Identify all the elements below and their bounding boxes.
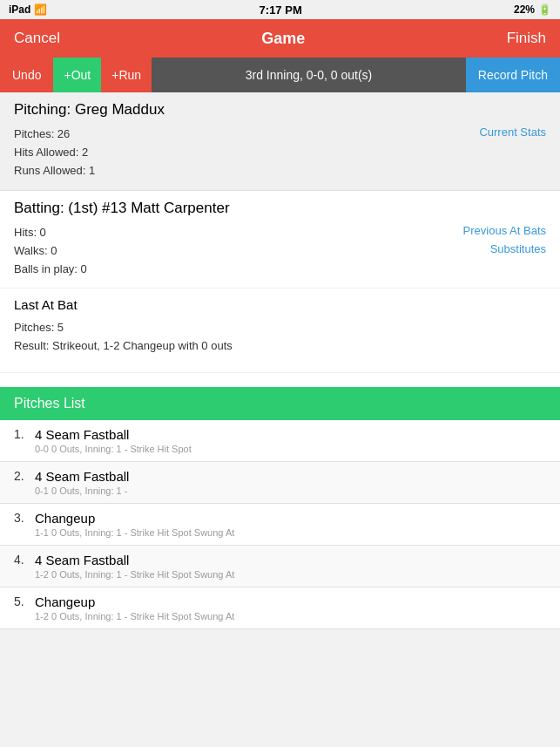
pitch-name: Changeup <box>35 511 546 526</box>
last-at-bat-pitches: Pitches: 5 <box>14 319 546 337</box>
pitch-number: 2. <box>14 469 35 483</box>
pitch-info: Changeup 1-2 0 Outs, Inning: 1 - Strike … <box>35 594 546 621</box>
pitch-detail: 1-1 0 Outs, Inning: 1 - Strike Hit Spot … <box>35 527 546 538</box>
main-content: Pitching: Greg Maddux Pitches: 26 Hits A… <box>0 92 560 629</box>
pitch-number: 5. <box>14 594 35 608</box>
run-button[interactable]: +Run <box>101 58 152 92</box>
pitch-list-item[interactable]: 3. Changeup 1-1 0 Outs, Inning: 1 - Stri… <box>0 504 560 546</box>
pitch-name: Changeup <box>35 594 546 609</box>
battery-percent: 22% <box>514 3 535 16</box>
batting-balls-in-play: Balls in play: 0 <box>14 261 87 279</box>
batting-walks: Walks: 0 <box>14 242 87 261</box>
out-button[interactable]: +Out <box>53 58 101 92</box>
pitch-name: 4 Seam Fastball <box>35 427 546 442</box>
pitch-list-item[interactable]: 1. 4 Seam Fastball 0-0 0 Outs, Inning: 1… <box>0 420 560 462</box>
pitch-list-item[interactable]: 2. 4 Seam Fastball 0-1 0 Outs, Inning: 1… <box>0 462 560 504</box>
pitching-hits: Hits Allowed: 2 <box>14 144 95 162</box>
cancel-button[interactable]: Cancel <box>14 30 60 47</box>
previous-at-bats-link[interactable]: Previous At Bats <box>463 224 546 237</box>
nav-title: Game <box>261 30 305 48</box>
inning-status: 3rd Inning, 0-0, 0 out(s) <box>152 68 466 82</box>
pitches-list-header: Pitches List <box>0 387 560 420</box>
record-pitch-button[interactable]: Record Pitch <box>466 58 560 92</box>
pitching-inner: Pitches: 26 Hits Allowed: 2 Runs Allowed… <box>14 126 546 180</box>
last-at-bat-result: Result: Strikeout, 1-2 Changeup with 0 o… <box>14 337 546 356</box>
batting-heading: Batting: (1st) #13 Matt Carpenter <box>14 200 546 217</box>
pitch-info: 4 Seam Fastball 0-1 0 Outs, Inning: 1 - <box>35 469 546 496</box>
ipad-label: iPad <box>9 3 30 16</box>
batting-stats: Hits: 0 Walks: 0 Balls in play: 0 <box>14 224 87 278</box>
pitch-detail: 0-1 0 Outs, Inning: 1 - <box>35 486 546 496</box>
pitches-container: 1. 4 Seam Fastball 0-0 0 Outs, Inning: 1… <box>0 420 560 629</box>
pitch-info: 4 Seam Fastball 1-2 0 Outs, Inning: 1 - … <box>35 553 546 580</box>
wifi-icon: 📶 <box>34 3 47 16</box>
batting-links: Previous At Bats Substitutes <box>463 224 546 255</box>
pitch-info: Changeup 1-1 0 Outs, Inning: 1 - Strike … <box>35 511 546 538</box>
nav-bar: Cancel Game Finish <box>0 19 560 58</box>
last-at-bat-section: Last At Bat Pitches: 5 Result: Strikeout… <box>0 289 560 374</box>
pitching-section: Pitching: Greg Maddux Pitches: 26 Hits A… <box>0 92 560 191</box>
pitch-number: 3. <box>14 511 35 525</box>
status-left: iPad 📶 <box>9 3 47 16</box>
toolbar-left: Undo +Out +Run <box>0 58 152 92</box>
pitching-stats: Pitches: 26 Hits Allowed: 2 Runs Allowed… <box>14 126 95 180</box>
pitch-name: 4 Seam Fastball <box>35 553 546 567</box>
undo-button[interactable]: Undo <box>0 58 53 92</box>
pitching-runs: Runs Allowed: 1 <box>14 162 95 180</box>
last-at-bat-heading: Last At Bat <box>14 297 546 312</box>
pitching-heading: Pitching: Greg Maddux <box>14 101 546 119</box>
pitch-detail: 0-0 0 Outs, Inning: 1 - Strike Hit Spot <box>35 444 546 454</box>
substitutes-link[interactable]: Substitutes <box>490 242 546 255</box>
pitch-list-item[interactable]: 5. Changeup 1-2 0 Outs, Inning: 1 - Stri… <box>0 587 560 629</box>
toolbar: Undo +Out +Run 3rd Inning, 0-0, 0 out(s)… <box>0 58 560 92</box>
pitch-list-item[interactable]: 4. 4 Seam Fastball 1-2 0 Outs, Inning: 1… <box>0 546 560 587</box>
pitch-number: 4. <box>14 553 35 567</box>
pitch-number: 1. <box>14 427 35 441</box>
pitching-pitches: Pitches: 26 <box>14 126 95 144</box>
last-at-bat-stats: Pitches: 5 Result: Strikeout, 1-2 Change… <box>14 319 546 356</box>
pitch-detail: 1-2 0 Outs, Inning: 1 - Strike Hit Spot … <box>35 569 546 580</box>
pitches-list-heading: Pitches List <box>14 396 546 411</box>
finish-button[interactable]: Finish <box>507 30 546 47</box>
status-time: 7:17 PM <box>260 3 302 17</box>
status-right: 22% 🔋 <box>514 3 551 16</box>
status-bar: iPad 📶 7:17 PM 22% 🔋 <box>0 0 560 19</box>
pitches-list-section: Pitches List 1. 4 Seam Fastball 0-0 0 Ou… <box>0 387 560 629</box>
pitch-name: 4 Seam Fastball <box>35 469 546 484</box>
pitch-info: 4 Seam Fastball 0-0 0 Outs, Inning: 1 - … <box>35 427 546 454</box>
current-stats-link[interactable]: Current Stats <box>479 126 546 139</box>
battery-icon: 🔋 <box>538 3 551 16</box>
batting-hits: Hits: 0 <box>14 224 87 242</box>
pitch-detail: 1-2 0 Outs, Inning: 1 - Strike Hit Spot … <box>35 611 546 621</box>
batting-section: Batting: (1st) #13 Matt Carpenter Hits: … <box>0 191 560 288</box>
batting-inner: Hits: 0 Walks: 0 Balls in play: 0 Previo… <box>14 224 546 278</box>
